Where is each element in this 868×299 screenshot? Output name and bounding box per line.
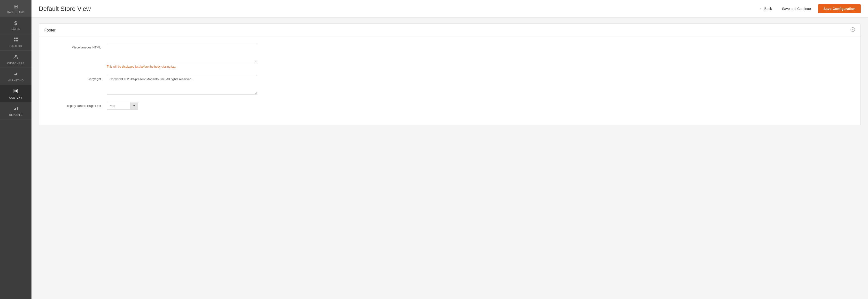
sidebar-item-reports[interactable]: REPORTS (0, 102, 31, 119)
sidebar-item-label: SALES (11, 28, 20, 30)
save-configuration-button[interactable]: Save Configuration (818, 4, 861, 13)
sidebar-item-dashboard[interactable]: ⊞ DASHBOARD (0, 0, 31, 17)
dashboard-icon: ⊞ (13, 3, 18, 10)
svg-rect-2 (14, 40, 16, 41)
footer-section: Footer Miscellaneous HTML This will be d… (39, 24, 861, 125)
copyright-label: Copyright (49, 75, 107, 81)
sidebar-item-sales[interactable]: $ SALES (0, 17, 31, 33)
svg-rect-6 (14, 90, 16, 91)
misc-html-input[interactable] (107, 43, 257, 63)
svg-rect-1 (16, 37, 18, 39)
section-body: Miscellaneous HTML This will be displaye… (39, 37, 861, 125)
svg-rect-8 (14, 91, 16, 92)
select-arrow-button[interactable]: ▼ (130, 102, 138, 109)
sidebar-item-marketing[interactable]: MARKETING (0, 68, 31, 85)
bugs-link-select[interactable]: Yes No (107, 102, 130, 109)
back-arrow-icon: ← (760, 7, 763, 11)
sidebar: ⊞ DASHBOARD $ SALES CATALOG CUSTOMERS (0, 0, 31, 299)
main-content: Default Store View ← Back Save and Conti… (31, 0, 868, 299)
svg-rect-10 (14, 109, 15, 110)
sidebar-item-label: DASHBOARD (7, 11, 25, 13)
collapse-icon[interactable] (850, 27, 855, 33)
back-button[interactable]: ← Back (756, 5, 775, 12)
svg-rect-12 (17, 107, 18, 110)
catalog-icon (13, 37, 19, 43)
sidebar-item-label: CONTENT (9, 96, 22, 99)
bugs-link-select-wrapper: Yes No ▼ (107, 102, 138, 110)
svg-rect-5 (14, 89, 18, 93)
header-actions: ← Back Save and Continue Save Configurat… (756, 4, 861, 13)
svg-point-4 (15, 55, 17, 57)
reports-icon (13, 106, 19, 113)
misc-html-row: Miscellaneous HTML This will be displaye… (49, 43, 851, 68)
customers-icon (13, 54, 19, 61)
copyright-row: Copyright (49, 75, 851, 95)
section-header[interactable]: Footer (39, 24, 861, 37)
svg-rect-3 (16, 40, 18, 41)
svg-point-13 (851, 28, 855, 32)
sidebar-item-content[interactable]: CONTENT (0, 85, 31, 102)
page-header: Default Store View ← Back Save and Conti… (31, 0, 868, 18)
section-title: Footer (44, 28, 56, 32)
misc-html-hint: This will be displayed just before the b… (107, 65, 257, 68)
bugs-link-row: Display Report Bugs Link Yes No ▼ (49, 102, 851, 110)
misc-html-label: Miscellaneous HTML (49, 43, 107, 49)
copyright-field (107, 75, 257, 95)
page-title: Default Store View (39, 5, 91, 12)
copyright-input[interactable] (107, 75, 257, 94)
sidebar-item-catalog[interactable]: CATALOG (0, 33, 31, 51)
sidebar-item-label: CATALOG (9, 45, 22, 48)
svg-rect-7 (16, 90, 17, 91)
save-continue-button[interactable]: Save and Continue (779, 5, 814, 12)
content-icon (13, 88, 19, 95)
sales-icon: $ (14, 20, 18, 26)
sidebar-item-label: MARKETING (8, 79, 24, 82)
bugs-link-field: Yes No ▼ (107, 102, 257, 110)
content-area: Footer Miscellaneous HTML This will be d… (31, 18, 868, 299)
svg-rect-0 (14, 37, 16, 39)
misc-html-field: This will be displayed just before the b… (107, 43, 257, 68)
bugs-link-label: Display Report Bugs Link (49, 102, 107, 108)
marketing-icon (13, 71, 19, 78)
sidebar-item-label: CUSTOMERS (7, 62, 25, 65)
svg-rect-9 (16, 91, 17, 92)
sidebar-item-label: REPORTS (9, 114, 22, 116)
sidebar-item-customers[interactable]: CUSTOMERS (0, 51, 31, 68)
svg-rect-11 (15, 108, 16, 110)
